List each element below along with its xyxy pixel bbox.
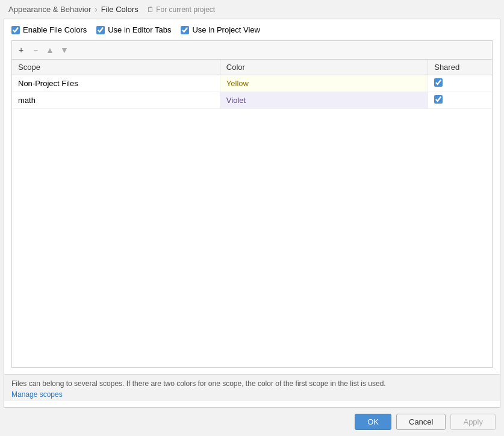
project-file-icon: 🗒 <box>147 5 154 14</box>
info-section: Files can belong to several scopes. If t… <box>4 374 500 401</box>
manage-scopes-link[interactable]: Manage scopes <box>11 390 63 399</box>
enable-file-colors-checkbox[interactable] <box>11 26 20 34</box>
remove-button[interactable]: − <box>29 43 42 57</box>
bottom-bar: OK Cancel Apply <box>0 408 504 436</box>
breadcrumb-project-label: 🗒 For current project <box>147 5 215 14</box>
use-in-editor-tabs-label[interactable]: Use in Editor Tabs <box>96 25 171 34</box>
file-colors-table: Scope Color Shared Non-Project FilesYell… <box>11 59 493 368</box>
use-in-project-view-checkbox[interactable] <box>181 26 189 34</box>
main-content: Enable File Colors Use in Editor Tabs Us… <box>4 19 500 408</box>
move-up-button[interactable]: ▲ <box>43 43 57 57</box>
ok-button[interactable]: OK <box>355 414 391 430</box>
breadcrumb-parent[interactable]: Appearance & Behavior <box>8 5 91 14</box>
shared-cell[interactable] <box>428 75 492 92</box>
breadcrumb-current: File Colors <box>101 5 138 14</box>
header-scope: Scope <box>12 60 220 75</box>
shared-cell[interactable] <box>428 92 492 109</box>
enable-file-colors-label[interactable]: Enable File Colors <box>11 25 87 34</box>
cancel-button[interactable]: Cancel <box>396 414 446 430</box>
table-toolbar: + − ▲ ▼ <box>11 40 493 59</box>
header-shared: Shared <box>428 60 492 75</box>
table-header-row: Scope Color Shared <box>12 60 492 75</box>
shared-checkbox[interactable] <box>434 78 443 87</box>
info-text: Files can belong to several scopes. If t… <box>11 379 386 388</box>
use-in-project-view-label[interactable]: Use in Project View <box>181 25 260 34</box>
scope-cell: Non-Project Files <box>12 75 220 92</box>
move-down-button[interactable]: ▼ <box>58 43 71 57</box>
table-row[interactable]: Non-Project FilesYellow <box>12 75 492 92</box>
color-cell[interactable]: Yellow <box>220 75 428 92</box>
color-cell[interactable]: Violet <box>220 92 428 109</box>
header-color: Color <box>220 60 428 75</box>
table-row[interactable]: mathViolet <box>12 92 492 109</box>
apply-button[interactable]: Apply <box>450 414 496 430</box>
add-button[interactable]: + <box>14 43 28 57</box>
scope-cell: math <box>12 92 220 109</box>
options-row: Enable File Colors Use in Editor Tabs Us… <box>11 25 493 34</box>
breadcrumb: Appearance & Behavior › File Colors 🗒 Fo… <box>0 0 504 19</box>
use-in-editor-tabs-checkbox[interactable] <box>96 26 105 34</box>
breadcrumb-separator: › <box>95 5 97 14</box>
shared-checkbox[interactable] <box>434 95 443 104</box>
